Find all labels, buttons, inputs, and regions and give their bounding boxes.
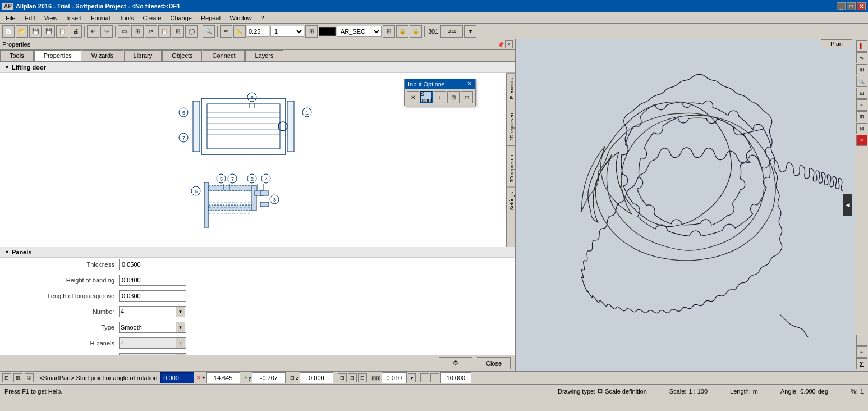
snap-icon[interactable]: ⊡ bbox=[338, 373, 347, 382]
draw-btn-3[interactable]: ⊞ bbox=[856, 64, 867, 75]
draw-btn-4[interactable]: 🔍 bbox=[856, 76, 867, 87]
close-panel-button[interactable]: Close bbox=[477, 357, 511, 369]
tab-connect[interactable]: Connect bbox=[203, 50, 245, 61]
io-btn-spoint[interactable]: S point bbox=[420, 91, 433, 103]
input-options-close[interactable]: ✕ bbox=[467, 80, 472, 88]
right-panel-scroll-arrow[interactable]: ◄ bbox=[843, 194, 852, 216]
minimize-button[interactable]: _ bbox=[837, 2, 846, 10]
maximize-button[interactable]: □ bbox=[847, 2, 856, 10]
menu-change[interactable]: Change bbox=[167, 14, 195, 22]
draw-btn-1[interactable]: ▌ bbox=[856, 40, 867, 52]
grid-value-input[interactable] bbox=[382, 372, 407, 383]
toolbar-b8[interactable]: ◯ bbox=[185, 25, 198, 38]
toolbar-b14[interactable]: 🔒 bbox=[410, 25, 422, 38]
draw-btn-6[interactable]: ≡ bbox=[856, 99, 867, 111]
z-coord-input[interactable] bbox=[300, 372, 333, 383]
tab-layers[interactable]: Layers bbox=[245, 50, 283, 61]
toolbar-open[interactable]: 📂 bbox=[16, 25, 28, 38]
lifting-door-collapse-arrow[interactable]: ▼ bbox=[4, 65, 10, 70]
props-pin-button[interactable]: 📌 bbox=[497, 42, 504, 48]
menu-window[interactable]: Window bbox=[226, 14, 255, 22]
line-type-select[interactable]: 1 bbox=[270, 26, 304, 37]
menu-file[interactable]: File bbox=[2, 14, 19, 22]
y-coord-input[interactable] bbox=[252, 372, 286, 383]
menu-edit[interactable]: Edit bbox=[21, 14, 39, 22]
menu-format[interactable]: Format bbox=[88, 14, 114, 22]
extra-icon1[interactable] bbox=[420, 373, 429, 382]
sidebar-tab-2d[interactable]: 2D represen... bbox=[507, 104, 515, 145]
canvas-area[interactable] bbox=[516, 53, 852, 371]
tongue-groove-input[interactable] bbox=[119, 290, 186, 302]
draw-btn-minus[interactable]: − bbox=[856, 346, 867, 358]
menu-insert[interactable]: Insert bbox=[63, 14, 85, 22]
sidebar-tab-elements[interactable]: Elements bbox=[507, 73, 515, 104]
tab-wizards[interactable]: Wizards bbox=[82, 50, 123, 61]
draw-btn-2[interactable]: ∿ bbox=[856, 52, 867, 63]
toolbar-b10[interactable]: ✏ bbox=[220, 25, 232, 38]
menu-view[interactable]: View bbox=[41, 14, 61, 22]
draw-btn-red[interactable]: ✕ bbox=[856, 135, 867, 146]
sidebar-tab-3d[interactable]: 3D represen... bbox=[507, 145, 515, 187]
thickness-input[interactable] bbox=[119, 259, 186, 270]
panels-collapse-arrow[interactable]: ▼ bbox=[4, 249, 10, 255]
toolbar-b2[interactable]: 🖨 bbox=[70, 25, 82, 38]
sidebar-tab-settings[interactable]: Settings bbox=[507, 187, 515, 215]
number-dropdown-arrow[interactable]: ▼ bbox=[176, 307, 185, 317]
toolbar-b7[interactable]: ⊞ bbox=[172, 25, 184, 38]
toolbar-save2[interactable]: 💾 bbox=[43, 25, 55, 38]
toolbar-b12[interactable]: ⊞ bbox=[305, 25, 318, 38]
color-selector[interactable] bbox=[319, 27, 336, 36]
draw-sigma[interactable]: Σ bbox=[856, 358, 867, 369]
tab-library[interactable]: Library bbox=[124, 50, 162, 61]
input-icon-1[interactable]: ⊡ bbox=[2, 373, 11, 382]
snap-icon3[interactable]: ⊡ bbox=[358, 373, 367, 382]
props-close-button[interactable]: ✕ bbox=[505, 40, 513, 48]
input-icon-3[interactable]: ① bbox=[25, 373, 34, 382]
vpanels-select[interactable]: 1 ▼ bbox=[119, 353, 186, 355]
snap-icon2[interactable]: ⊡ bbox=[348, 373, 357, 382]
toolbar-b13[interactable]: 🔒 bbox=[396, 25, 408, 38]
close-button[interactable]: ✕ bbox=[857, 2, 866, 10]
io-btn-grid[interactable]: ⊡ bbox=[447, 91, 460, 103]
toolbar-new[interactable]: 📄 bbox=[2, 25, 15, 38]
number-select[interactable]: 4 ▼ bbox=[119, 306, 186, 317]
io-btn-x[interactable]: ✕ bbox=[407, 91, 419, 103]
toolbar-num-pattern[interactable]: ≋≋ bbox=[440, 25, 463, 38]
layer-select[interactable]: AR_SEC bbox=[337, 26, 382, 37]
toolbar-b9[interactable]: 🔍 bbox=[203, 25, 215, 38]
hpanels-select[interactable]: 4 ▼ bbox=[119, 337, 186, 349]
draw-btn-8[interactable]: ⊠ bbox=[856, 123, 867, 134]
toolbar-undo[interactable]: ↩ bbox=[87, 25, 99, 38]
toolbar-b1[interactable]: 📋 bbox=[56, 25, 68, 38]
toolbar-b5[interactable]: ✂ bbox=[145, 25, 157, 38]
toolbar-b6[interactable]: 📋 bbox=[158, 25, 171, 38]
menu-create[interactable]: Create bbox=[139, 14, 164, 22]
menu-tools[interactable]: Tools bbox=[116, 14, 137, 22]
x-coord-input[interactable] bbox=[206, 372, 240, 383]
toolbar-b4[interactable]: ⊞ bbox=[131, 25, 144, 38]
toolbar-save[interactable]: 💾 bbox=[29, 25, 42, 38]
height-banding-input[interactable] bbox=[119, 275, 186, 286]
type-dropdown-arrow[interactable]: ▼ bbox=[176, 322, 185, 332]
input-icon-2[interactable]: ⊞ bbox=[13, 373, 22, 382]
menu-help[interactable]: ? bbox=[258, 14, 268, 22]
draw-btn-7[interactable]: ⊞ bbox=[856, 111, 867, 122]
draw-btn-5[interactable]: ⊡ bbox=[856, 88, 867, 99]
tab-objects[interactable]: Objects bbox=[162, 50, 202, 61]
menu-repeat[interactable]: Repeat bbox=[198, 14, 224, 22]
extra-icon2[interactable] bbox=[430, 373, 439, 382]
toolbar-b15[interactable]: ▼ bbox=[464, 25, 476, 38]
input-value-field[interactable] bbox=[160, 372, 194, 383]
tab-tools[interactable]: Tools bbox=[0, 50, 34, 61]
settings-button[interactable]: ⚙ bbox=[439, 357, 472, 369]
grid-dropdown-btn[interactable]: ▼ bbox=[408, 373, 416, 382]
extra-value-input[interactable] bbox=[440, 372, 471, 383]
toolbar-b3[interactable]: ▭ bbox=[118, 25, 130, 38]
toolbar-layer-btn[interactable]: ⊞ bbox=[383, 25, 395, 38]
tab-properties[interactable]: Properties bbox=[34, 50, 81, 61]
toolbar-b11[interactable]: 📐 bbox=[233, 25, 246, 38]
io-btn-arrows[interactable]: ↕ bbox=[434, 91, 446, 103]
type-select[interactable]: Smooth ▼ bbox=[119, 322, 186, 333]
io-btn-rect[interactable]: □ bbox=[461, 91, 473, 103]
toolbar-redo[interactable]: ↪ bbox=[100, 25, 113, 38]
